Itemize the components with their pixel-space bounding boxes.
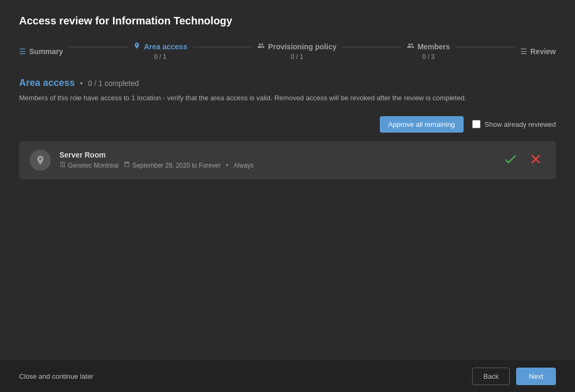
section-title: Area access xyxy=(19,77,75,89)
step-provisioning-label: Provisioning policy xyxy=(268,42,336,51)
approve-all-button[interactable]: Approve all remaining xyxy=(380,116,464,133)
section-description: Members of this role have access to 1 lo… xyxy=(19,93,556,103)
show-reviewed-checkbox[interactable] xyxy=(472,120,481,128)
location-pin-icon xyxy=(35,155,46,165)
main-content: Area access • 0 / 1 completed Members of… xyxy=(19,77,556,392)
close-continue-button[interactable]: Close and continue later xyxy=(19,372,93,380)
schedule-text: Always xyxy=(233,162,254,169)
access-icon-wrapper xyxy=(30,150,51,171)
section-completed: 0 / 1 completed xyxy=(88,79,139,88)
summary-icon: ☰ xyxy=(19,47,26,56)
section-title-row: Area access • 0 / 1 completed xyxy=(19,77,556,89)
action-bar: Approve all remaining Show already revie… xyxy=(19,116,556,133)
step-line-3 xyxy=(342,47,401,47)
access-info: Server Room Genetec Montreal xyxy=(59,151,492,169)
footer: Close and continue later Back Next xyxy=(0,360,575,392)
step-members-label: Members xyxy=(417,42,450,51)
step-summary: ☰ Summary xyxy=(19,47,63,56)
area-access-icon xyxy=(133,42,141,51)
access-card: Server Room Genetec Montreal xyxy=(19,141,556,179)
meta-dot-separator: • xyxy=(226,162,228,169)
step-line-2 xyxy=(193,47,252,47)
reject-button[interactable] xyxy=(526,150,545,171)
step-area-access-counter: 0 / 1 xyxy=(154,53,166,60)
access-name: Server Room xyxy=(59,151,492,159)
footer-right: Back Next xyxy=(472,368,556,385)
date-range-text: September 29, 2020 to Forever xyxy=(132,162,221,169)
provisioning-icon xyxy=(257,42,265,51)
calendar-icon xyxy=(124,161,130,169)
access-site: Genetec Montreal xyxy=(59,161,118,169)
building-icon xyxy=(59,161,66,169)
approve-button[interactable] xyxy=(501,150,520,171)
access-actions xyxy=(501,150,545,171)
page-title: Access review for Information Technology xyxy=(19,15,556,27)
step-area-access: Area access 0 / 1 xyxy=(133,42,187,60)
show-reviewed-text: Show already reviewed xyxy=(485,120,556,128)
stepper: ☰ Summary Area access 0 / 1 xyxy=(19,42,556,60)
step-review-label: Review xyxy=(530,47,556,56)
next-button[interactable]: Next xyxy=(516,368,556,385)
page-container: Access review for Information Technology… xyxy=(0,0,575,392)
step-summary-label: Summary xyxy=(29,47,63,56)
step-line-4 xyxy=(455,47,515,47)
step-provisioning-counter: 0 / 1 xyxy=(291,53,303,60)
step-area-access-label: Area access xyxy=(144,42,187,51)
access-date-range: September 29, 2020 to Forever xyxy=(124,161,221,169)
step-members-counter: 0 / 3 xyxy=(422,53,434,60)
dot-separator: • xyxy=(80,79,83,88)
step-members: Members 0 / 3 xyxy=(407,42,450,60)
step-review: ☰ Review xyxy=(520,47,556,56)
back-button[interactable]: Back xyxy=(472,368,510,385)
show-reviewed-label[interactable]: Show already reviewed xyxy=(472,120,556,128)
site-name: Genetec Montreal xyxy=(68,162,118,169)
members-icon xyxy=(407,42,414,51)
access-meta: Genetec Montreal September 29, 2020 to F… xyxy=(59,161,492,169)
step-provisioning: Provisioning policy 0 / 1 xyxy=(257,42,336,60)
review-icon: ☰ xyxy=(520,47,527,56)
step-line-1 xyxy=(68,47,128,47)
